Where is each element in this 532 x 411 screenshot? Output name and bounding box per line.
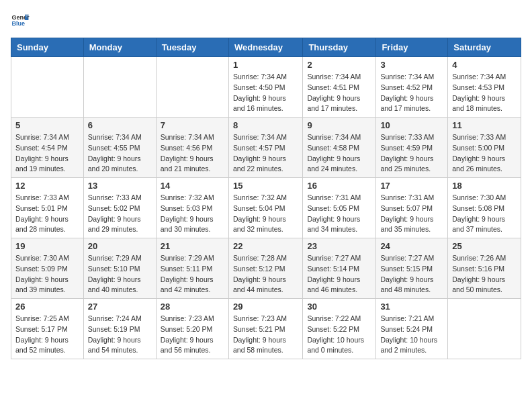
calendar-cell: 3Sunrise: 7:34 AM Sunset: 4:52 PM Daylig… [376, 57, 448, 118]
weekday-header: Thursday [303, 38, 376, 57]
day-info: Sunrise: 7:27 AM Sunset: 5:14 PM Dayligh… [307, 253, 371, 295]
calendar-cell: 5Sunrise: 7:34 AM Sunset: 4:54 PM Daylig… [11, 118, 84, 178]
calendar-cell: 4Sunrise: 7:34 AM Sunset: 4:53 PM Daylig… [448, 57, 521, 118]
calendar-week-row: 12Sunrise: 7:33 AM Sunset: 5:01 PM Dayli… [11, 178, 521, 238]
day-number: 31 [380, 302, 443, 312]
day-info: Sunrise: 7:33 AM Sunset: 5:01 PM Dayligh… [15, 193, 79, 235]
day-number: 1 [233, 60, 298, 70]
calendar-cell: 14Sunrise: 7:32 AM Sunset: 5:03 PM Dayli… [156, 178, 228, 238]
calendar-cell: 18Sunrise: 7:30 AM Sunset: 5:08 PM Dayli… [448, 178, 521, 238]
calendar-cell: 20Sunrise: 7:29 AM Sunset: 5:10 PM Dayli… [83, 238, 156, 299]
day-info: Sunrise: 7:29 AM Sunset: 5:11 PM Dayligh… [161, 253, 224, 295]
day-number: 27 [88, 302, 152, 312]
day-number: 17 [380, 181, 443, 191]
calendar-cell: 15Sunrise: 7:32 AM Sunset: 5:04 PM Dayli… [228, 178, 302, 238]
calendar-cell: 6Sunrise: 7:34 AM Sunset: 4:55 PM Daylig… [83, 118, 156, 178]
day-info: Sunrise: 7:24 AM Sunset: 5:19 PM Dayligh… [88, 314, 152, 356]
day-info: Sunrise: 7:30 AM Sunset: 5:09 PM Dayligh… [15, 253, 79, 295]
day-number: 28 [161, 302, 224, 312]
weekday-header: Friday [376, 38, 448, 57]
day-number: 22 [233, 241, 298, 251]
day-info: Sunrise: 7:33 AM Sunset: 5:02 PM Dayligh… [88, 193, 152, 235]
day-info: Sunrise: 7:22 AM Sunset: 5:22 PM Dayligh… [307, 314, 371, 356]
calendar-cell: 31Sunrise: 7:21 AM Sunset: 5:24 PM Dayli… [376, 299, 448, 359]
weekday-header: Monday [83, 38, 156, 57]
calendar-cell: 10Sunrise: 7:33 AM Sunset: 4:59 PM Dayli… [376, 118, 448, 178]
day-info: Sunrise: 7:32 AM Sunset: 5:04 PM Dayligh… [233, 193, 298, 235]
weekday-header: Tuesday [156, 38, 228, 57]
day-number: 26 [15, 302, 79, 312]
day-number: 13 [88, 181, 152, 191]
day-number: 2 [307, 60, 371, 70]
calendar-cell: 2Sunrise: 7:34 AM Sunset: 4:51 PM Daylig… [303, 57, 376, 118]
day-info: Sunrise: 7:31 AM Sunset: 5:05 PM Dayligh… [307, 193, 371, 235]
weekday-header: Saturday [448, 38, 521, 57]
day-info: Sunrise: 7:34 AM Sunset: 4:50 PM Dayligh… [233, 72, 298, 114]
day-number: 14 [161, 181, 224, 191]
calendar-cell: 29Sunrise: 7:23 AM Sunset: 5:21 PM Dayli… [228, 299, 302, 359]
calendar-cell: 28Sunrise: 7:23 AM Sunset: 5:20 PM Dayli… [156, 299, 228, 359]
calendar-cell: 30Sunrise: 7:22 AM Sunset: 5:22 PM Dayli… [303, 299, 376, 359]
calendar-header-row: SundayMondayTuesdayWednesdayThursdayFrid… [11, 38, 521, 57]
calendar-week-row: 5Sunrise: 7:34 AM Sunset: 4:54 PM Daylig… [11, 118, 521, 178]
calendar-cell: 25Sunrise: 7:26 AM Sunset: 5:16 PM Dayli… [448, 238, 521, 299]
day-number: 10 [380, 120, 443, 130]
calendar-cell [83, 57, 156, 118]
calendar-week-row: 26Sunrise: 7:25 AM Sunset: 5:17 PM Dayli… [11, 299, 521, 359]
day-number: 20 [88, 241, 152, 251]
day-number: 19 [15, 241, 79, 251]
day-info: Sunrise: 7:21 AM Sunset: 5:24 PM Dayligh… [380, 314, 443, 356]
day-number: 15 [233, 181, 298, 191]
day-number: 6 [88, 120, 152, 130]
calendar-table: SundayMondayTuesdayWednesdayThursdayFrid… [11, 38, 521, 359]
day-number: 8 [233, 120, 298, 130]
day-info: Sunrise: 7:29 AM Sunset: 5:10 PM Dayligh… [88, 253, 152, 295]
calendar-cell: 16Sunrise: 7:31 AM Sunset: 5:05 PM Dayli… [303, 178, 376, 238]
weekday-header: Sunday [11, 38, 84, 57]
day-number: 18 [452, 181, 517, 191]
calendar-cell: 1Sunrise: 7:34 AM Sunset: 4:50 PM Daylig… [228, 57, 302, 118]
day-number: 4 [452, 60, 517, 70]
calendar-week-row: 19Sunrise: 7:30 AM Sunset: 5:09 PM Dayli… [11, 238, 521, 299]
day-number: 30 [307, 302, 371, 312]
calendar-cell: 24Sunrise: 7:27 AM Sunset: 5:15 PM Dayli… [376, 238, 448, 299]
day-number: 11 [452, 120, 517, 130]
weekday-header: Wednesday [228, 38, 302, 57]
day-info: Sunrise: 7:34 AM Sunset: 4:58 PM Dayligh… [307, 132, 371, 175]
day-number: 5 [15, 120, 79, 130]
day-number: 24 [380, 241, 443, 251]
day-info: Sunrise: 7:34 AM Sunset: 4:53 PM Dayligh… [452, 72, 517, 114]
day-number: 25 [452, 241, 517, 251]
day-info: Sunrise: 7:23 AM Sunset: 5:20 PM Dayligh… [161, 314, 224, 356]
calendar-week-row: 1Sunrise: 7:34 AM Sunset: 4:50 PM Daylig… [11, 57, 521, 118]
logo: General Blue [11, 11, 30, 30]
calendar-cell [11, 57, 84, 118]
day-info: Sunrise: 7:31 AM Sunset: 5:07 PM Dayligh… [380, 193, 443, 235]
day-info: Sunrise: 7:34 AM Sunset: 4:52 PM Dayligh… [380, 72, 443, 114]
day-info: Sunrise: 7:32 AM Sunset: 5:03 PM Dayligh… [161, 193, 224, 235]
day-info: Sunrise: 7:26 AM Sunset: 5:16 PM Dayligh… [452, 253, 517, 295]
day-number: 12 [15, 181, 79, 191]
calendar-cell: 26Sunrise: 7:25 AM Sunset: 5:17 PM Dayli… [11, 299, 84, 359]
day-info: Sunrise: 7:34 AM Sunset: 4:51 PM Dayligh… [307, 72, 371, 114]
calendar-cell [448, 299, 521, 359]
calendar-cell: 12Sunrise: 7:33 AM Sunset: 5:01 PM Dayli… [11, 178, 84, 238]
day-info: Sunrise: 7:30 AM Sunset: 5:08 PM Dayligh… [452, 193, 517, 235]
day-number: 9 [307, 120, 371, 130]
day-number: 29 [233, 302, 298, 312]
calendar-cell: 19Sunrise: 7:30 AM Sunset: 5:09 PM Dayli… [11, 238, 84, 299]
day-info: Sunrise: 7:34 AM Sunset: 4:55 PM Dayligh… [88, 132, 152, 175]
calendar-cell: 23Sunrise: 7:27 AM Sunset: 5:14 PM Dayli… [303, 238, 376, 299]
calendar-cell: 9Sunrise: 7:34 AM Sunset: 4:58 PM Daylig… [303, 118, 376, 178]
calendar-cell: 21Sunrise: 7:29 AM Sunset: 5:11 PM Dayli… [156, 238, 228, 299]
day-number: 3 [380, 60, 443, 70]
day-info: Sunrise: 7:25 AM Sunset: 5:17 PM Dayligh… [15, 314, 79, 356]
calendar-cell: 13Sunrise: 7:33 AM Sunset: 5:02 PM Dayli… [83, 178, 156, 238]
calendar-cell: 17Sunrise: 7:31 AM Sunset: 5:07 PM Dayli… [376, 178, 448, 238]
calendar-cell: 7Sunrise: 7:34 AM Sunset: 4:56 PM Daylig… [156, 118, 228, 178]
day-info: Sunrise: 7:28 AM Sunset: 5:12 PM Dayligh… [233, 253, 298, 295]
calendar-cell [156, 57, 228, 118]
day-info: Sunrise: 7:33 AM Sunset: 5:00 PM Dayligh… [452, 132, 517, 175]
day-info: Sunrise: 7:34 AM Sunset: 4:57 PM Dayligh… [233, 132, 298, 175]
day-info: Sunrise: 7:33 AM Sunset: 4:59 PM Dayligh… [380, 132, 443, 175]
